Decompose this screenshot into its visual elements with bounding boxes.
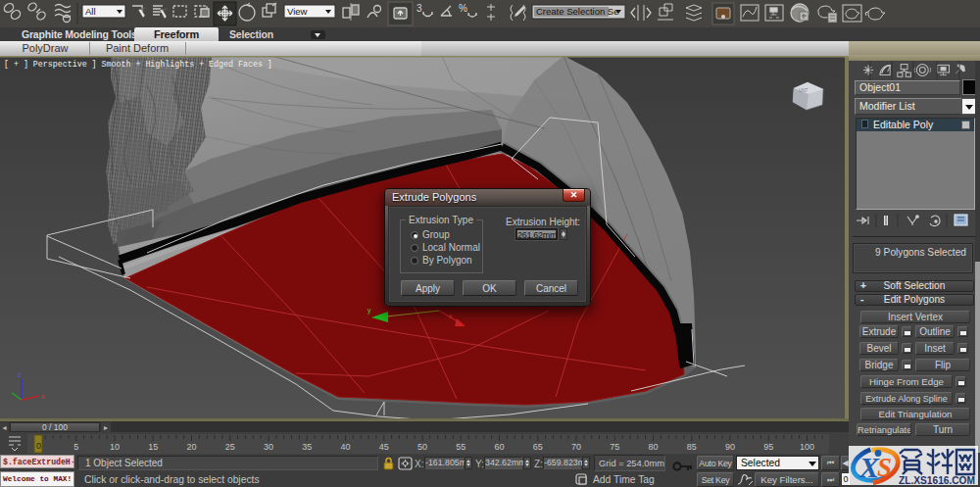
- svg-text:25: 25: [225, 442, 235, 452]
- svg-text:75: 75: [610, 442, 619, 452]
- svg-text:[ + ] Perspective ] Smooth + H: [ + ] Perspective ] Smooth + Highlights …: [4, 60, 272, 69]
- svg-text:Create Selection Se: Create Selection Se: [536, 6, 619, 17]
- svg-text:60: 60: [494, 442, 504, 452]
- svg-text:95: 95: [763, 442, 773, 452]
- svg-text:85: 85: [687, 442, 697, 452]
- svg-text:%: %: [459, 3, 467, 14]
- svg-text:x: x: [41, 393, 45, 400]
- svg-text:35: 35: [302, 442, 312, 452]
- svg-text:5: 5: [74, 442, 78, 452]
- svg-text:0: 0: [36, 441, 41, 451]
- svg-text:View: View: [287, 6, 308, 17]
- svg-text:45: 45: [379, 442, 389, 452]
- svg-text:20: 20: [186, 442, 196, 452]
- svg-text:ZL.XS1616.COM: ZL.XS1616.COM: [899, 475, 975, 486]
- svg-text:70: 70: [571, 442, 581, 452]
- svg-text:S: S: [877, 453, 892, 482]
- svg-text:50: 50: [417, 442, 427, 452]
- svg-text:15: 15: [148, 442, 158, 452]
- svg-text:x: x: [449, 313, 453, 319]
- svg-text:10: 10: [110, 442, 120, 452]
- svg-text:z: z: [18, 371, 22, 378]
- svg-text:90: 90: [725, 442, 735, 452]
- svg-text:3: 3: [416, 3, 422, 14]
- svg-text:40: 40: [340, 442, 350, 452]
- svg-text:100: 100: [800, 442, 814, 452]
- svg-text:80: 80: [648, 442, 658, 452]
- svg-text:All: All: [85, 6, 96, 17]
- svg-text:UNT: UNT: [799, 88, 808, 93]
- svg-text:30: 30: [264, 442, 273, 452]
- svg-text:y: y: [368, 307, 371, 315]
- svg-text:55: 55: [456, 442, 466, 452]
- svg-text:65: 65: [533, 442, 543, 452]
